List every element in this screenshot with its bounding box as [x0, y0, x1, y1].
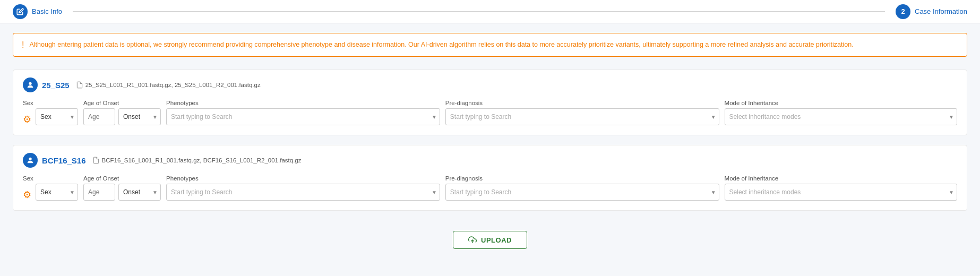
patient-section-1: 25_S25 25_S25_L001_R1_001.fastq.gz, 25_S…: [13, 70, 967, 135]
phenotypes-input-2[interactable]: [166, 184, 440, 201]
sex-label-2: Sex: [23, 175, 78, 182]
patient-avatar-2: [23, 153, 38, 168]
prediagnosis-group-1: Pre-diagnosis ▼: [445, 100, 719, 125]
upload-button[interactable]: UPLOAD: [453, 231, 527, 249]
moi-group-1: Mode of Inheritance ▼: [725, 100, 957, 125]
main-content: ! Although entering patient data is opti…: [0, 23, 980, 264]
moi-input-1[interactable]: [725, 108, 957, 125]
age-group-2: Age of Onset Onset Congenital Neonatal I…: [83, 175, 161, 201]
phenotypes-group-2: Phenotypes ▼: [166, 175, 440, 201]
phenotypes-label-1: Phenotypes: [166, 100, 440, 106]
sex-label-1: Sex: [23, 100, 78, 106]
gear-icon-1[interactable]: ⚙: [23, 114, 31, 125]
onset-select-wrapper-1: Onset Congenital Neonatal Infantile Chil…: [118, 108, 161, 125]
patient-section-2: BCF16_S16 BCF16_S16_L001_R1_001.fastq.gz…: [13, 145, 967, 211]
prediagnosis-search-wrapper-2: ▼: [445, 184, 719, 201]
age-label-1: Age of Onset: [83, 100, 161, 106]
prediagnosis-group-2: Pre-diagnosis ▼: [445, 175, 719, 201]
upload-icon: [468, 236, 477, 244]
sex-select-1[interactable]: Sex Male Female Unknown: [36, 108, 78, 125]
phenotypes-search-wrapper-1: ▼: [166, 108, 440, 125]
moi-label-2: Mode of Inheritance: [725, 175, 957, 182]
patient-name-2: BCF16_S16: [42, 156, 86, 165]
sex-select-wrapper-1: Sex Male Female Unknown ▼: [36, 108, 78, 125]
warning-text: Although entering patient data is option…: [29, 40, 853, 50]
prediagnosis-input-2[interactable]: [445, 184, 719, 201]
patient-files-text-2: BCF16_S16_L001_R1_001.fastq.gz, BCF16_S1…: [102, 157, 302, 163]
header: Basic Info 2 Case Information: [0, 0, 980, 23]
onset-select-2[interactable]: Onset Congenital Neonatal Infantile Chil…: [118, 184, 161, 201]
phenotypes-label-2: Phenotypes: [166, 175, 440, 182]
prediagnosis-label-1: Pre-diagnosis: [445, 100, 719, 106]
svg-point-1: [29, 158, 31, 160]
patient-header-1: 25_S25 25_S25_L001_R1_001.fastq.gz, 25_S…: [23, 77, 957, 92]
moi-label-1: Mode of Inheritance: [725, 100, 957, 106]
moi-search-wrapper-2: ▼: [725, 184, 957, 201]
moi-input-2[interactable]: [725, 184, 957, 201]
sex-input-group-1: ⚙ Sex Male Female Unknown ▼: [23, 108, 78, 125]
patient-name-1: 25_S25: [42, 81, 70, 90]
phenotypes-input-1[interactable]: [166, 108, 440, 125]
patient-fields-2: Sex ⚙ Sex Male Female Unknown ▼: [23, 175, 957, 201]
patient-header-2: BCF16_S16 BCF16_S16_L001_R1_001.fastq.gz…: [23, 153, 957, 168]
upload-section: UPLOAD: [13, 220, 967, 254]
step1-circle: [13, 4, 28, 19]
phenotypes-group-1: Phenotypes ▼: [166, 100, 440, 125]
age-label-2: Age of Onset: [83, 175, 161, 182]
patient-files-1: 25_S25_L001_R1_001.fastq.gz, 25_S25_L001…: [76, 81, 261, 89]
step1-nav: Basic Info: [13, 4, 62, 19]
phenotypes-search-wrapper-2: ▼: [166, 184, 440, 201]
step2-nav: 2 Case Information: [896, 4, 967, 19]
step1-label: Basic Info: [32, 7, 62, 15]
step2-label: Case Information: [915, 7, 967, 15]
prediagnosis-label-2: Pre-diagnosis: [445, 175, 719, 182]
onset-select-wrapper-2: Onset Congenital Neonatal Infantile Chil…: [118, 184, 161, 201]
file-icon-2: [92, 157, 100, 164]
prediagnosis-search-wrapper-1: ▼: [445, 108, 719, 125]
patient-fields-1: Sex ⚙ Sex Male Female Unknown ▼: [23, 100, 957, 125]
step2-circle: 2: [896, 4, 910, 19]
age-input-1[interactable]: [83, 108, 115, 125]
prediagnosis-input-1[interactable]: [445, 108, 719, 125]
sex-input-group-2: ⚙ Sex Male Female Unknown ▼: [23, 184, 78, 201]
header-divider: [73, 11, 885, 12]
sex-group-1: Sex ⚙ Sex Male Female Unknown ▼: [23, 100, 78, 125]
sex-select-wrapper-2: Sex Male Female Unknown ▼: [36, 184, 78, 201]
warning-icon: !: [22, 40, 24, 50]
warning-box: ! Although entering patient data is opti…: [13, 33, 967, 57]
gear-icon-2[interactable]: ⚙: [23, 189, 31, 201]
age-input-2[interactable]: [83, 184, 115, 201]
file-icon-1: [76, 81, 83, 89]
svg-point-0: [29, 82, 31, 85]
patient-avatar-1: [23, 77, 38, 92]
sex-group-2: Sex ⚙ Sex Male Female Unknown ▼: [23, 175, 78, 201]
moi-group-2: Mode of Inheritance ▼: [725, 175, 957, 201]
onset-select-1[interactable]: Onset Congenital Neonatal Infantile Chil…: [118, 108, 161, 125]
upload-label: UPLOAD: [481, 236, 512, 244]
age-group-1: Age of Onset Onset Congenital Neonatal I…: [83, 100, 161, 125]
sex-select-2[interactable]: Sex Male Female Unknown: [36, 184, 78, 201]
moi-search-wrapper-1: ▼: [725, 108, 957, 125]
patient-files-text-1: 25_S25_L001_R1_001.fastq.gz, 25_S25_L001…: [85, 82, 261, 88]
patient-files-2: BCF16_S16_L001_R1_001.fastq.gz, BCF16_S1…: [92, 157, 302, 164]
